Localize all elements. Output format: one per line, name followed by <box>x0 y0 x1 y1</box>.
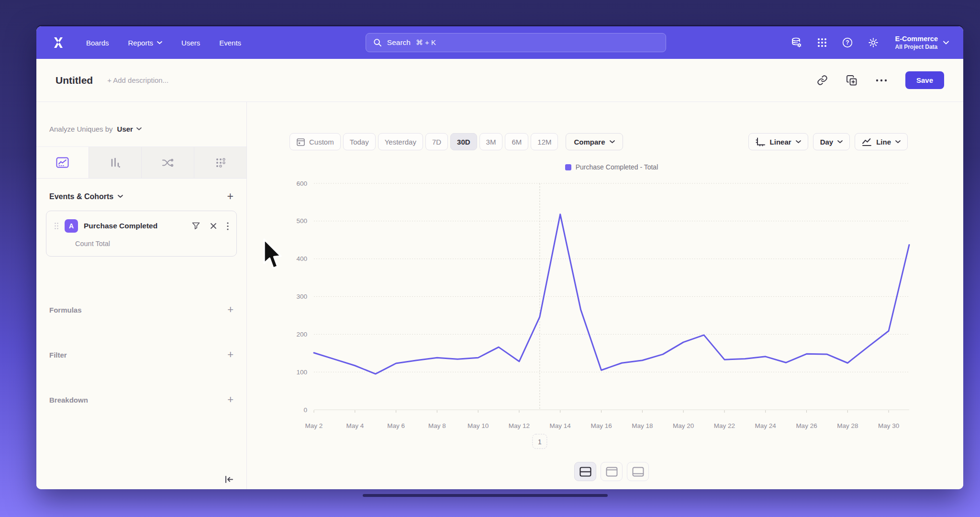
chart-panel: CustomTodayYesterday7D30D3M6M12M Compare… <box>247 102 963 489</box>
svg-text:May 10: May 10 <box>468 422 489 429</box>
compare-button[interactable]: Compare <box>566 133 623 150</box>
display-controls: Linear Day Line <box>748 133 908 150</box>
save-button[interactable]: Save <box>905 71 944 89</box>
chevron-down-icon <box>118 195 123 198</box>
svg-text:May 8: May 8 <box>428 422 446 429</box>
range-30d[interactable]: 30D <box>450 133 477 150</box>
add-event-button[interactable]: + <box>227 191 234 202</box>
range-7d[interactable]: 7D <box>425 133 448 150</box>
legend-swatch <box>565 164 571 170</box>
tab-bar-chart[interactable] <box>89 147 142 178</box>
range-12m[interactable]: 12M <box>531 133 558 150</box>
range-3m[interactable]: 3M <box>479 133 503 150</box>
search-shortcut: ⌘ + K <box>416 38 436 47</box>
drag-handle-icon[interactable] <box>54 222 59 230</box>
svg-text:May 28: May 28 <box>837 422 858 429</box>
formulas-section: Formulas + <box>36 303 246 317</box>
range-today[interactable]: Today <box>343 133 376 150</box>
remove-event-icon[interactable] <box>210 223 217 229</box>
help-icon[interactable]: ? <box>842 37 853 48</box>
chart-type-dropdown[interactable]: Line <box>855 133 908 150</box>
kebab-menu-icon[interactable] <box>227 222 229 230</box>
query-sidebar: Analyze Uniques by User <box>36 102 247 489</box>
trend-chart[interactable]: 01002003004005006001May 2May 4May 6May 8… <box>247 179 963 456</box>
chevron-down-icon <box>837 140 843 144</box>
event-name[interactable]: Purchase Completed <box>84 222 157 230</box>
nav-item-reports[interactable]: Reports <box>128 39 163 47</box>
count-type-selector[interactable]: Count Total <box>75 240 229 247</box>
trend-chart-svg: 01002003004005006001May 2May 4May 6May 8… <box>247 179 963 456</box>
breakdown-label: Breakdown <box>49 396 88 404</box>
svg-text:May 18: May 18 <box>632 422 653 429</box>
line-chart-icon <box>56 157 69 168</box>
tab-flow[interactable] <box>142 147 194 178</box>
report-title[interactable]: Untitled <box>56 75 93 86</box>
svg-text:May 14: May 14 <box>550 422 571 429</box>
svg-text:May 26: May 26 <box>796 422 817 429</box>
svg-text:May 2: May 2 <box>305 422 323 429</box>
chevron-down-icon <box>943 41 949 45</box>
range-6m[interactable]: 6M <box>505 133 528 150</box>
toggle-chart-only[interactable] <box>601 462 623 481</box>
range-yesterday[interactable]: Yesterday <box>378 133 423 150</box>
top-panel-icon <box>606 467 618 477</box>
bar-chart-icon <box>110 157 121 168</box>
search-icon <box>373 38 382 47</box>
events-cohorts-header: Events & Cohorts + <box>36 179 246 207</box>
apps-grid-icon[interactable] <box>817 37 827 48</box>
duplicate-icon[interactable] <box>846 75 858 86</box>
retention-dots-icon <box>215 157 226 168</box>
collapse-sidebar-icon[interactable] <box>224 475 234 483</box>
add-filter-button[interactable]: + <box>227 349 234 360</box>
chevron-down-icon <box>157 41 162 45</box>
svg-text:May 12: May 12 <box>509 422 530 429</box>
flow-icon <box>162 158 174 168</box>
project-selector[interactable]: E-Commerce All Project Data <box>895 34 949 51</box>
toggle-split-view[interactable] <box>574 462 596 481</box>
range-group: CustomTodayYesterday7D30D3M6M12M <box>290 133 558 150</box>
events-cohorts-title[interactable]: Events & Cohorts <box>49 192 113 201</box>
project-scope: All Project Data <box>895 44 938 51</box>
search-input[interactable]: Search ⌘ + K <box>366 33 666 52</box>
copy-link-icon[interactable] <box>817 75 828 86</box>
settings-gear-icon[interactable] <box>868 37 879 48</box>
top-navbar: BoardsReportsUsersEvents Search ⌘ + K <box>36 26 963 59</box>
svg-text:May 22: May 22 <box>714 422 735 429</box>
app-window: BoardsReportsUsersEvents Search ⌘ + K <box>36 26 963 489</box>
line-chart-icon <box>862 137 872 146</box>
add-description[interactable]: + Add description... <box>107 76 168 84</box>
add-formula-button[interactable]: + <box>227 304 234 315</box>
event-card[interactable]: A Purchase Completed Count T <box>46 211 237 257</box>
formulas-label: Formulas <box>49 306 82 314</box>
analyze-row: Analyze Uniques by User <box>36 112 246 147</box>
nav-item-events[interactable]: Events <box>219 39 241 47</box>
svg-text:500: 500 <box>296 217 307 225</box>
analyze-by-dropdown[interactable]: User <box>117 125 142 133</box>
data-settings-icon[interactable] <box>791 37 802 48</box>
svg-text:100: 100 <box>296 369 307 376</box>
svg-text:May 4: May 4 <box>346 422 364 429</box>
svg-text:300: 300 <box>296 293 307 300</box>
svg-text:600: 600 <box>296 180 307 187</box>
search-placeholder: Search <box>387 38 411 47</box>
range-custom[interactable]: Custom <box>290 133 341 150</box>
nav-right: ? E-Commerce All Project Data <box>791 34 949 51</box>
nav-item-boards[interactable]: Boards <box>86 39 109 47</box>
interval-dropdown[interactable]: Day <box>813 133 850 150</box>
chevron-down-icon <box>136 127 142 131</box>
mixpanel-logo-icon[interactable] <box>51 35 66 50</box>
chart-legend[interactable]: Purchase Completed - Total <box>314 163 909 171</box>
more-menu-icon[interactable] <box>876 79 887 82</box>
nav-item-users[interactable]: Users <box>181 39 200 47</box>
breakdown-section: Breakdown + <box>36 393 246 407</box>
chevron-down-icon <box>610 140 615 144</box>
toggle-table-only[interactable] <box>627 462 649 481</box>
svg-text:400: 400 <box>296 255 307 262</box>
add-breakdown-button[interactable]: + <box>227 394 234 405</box>
event-series-badge: A <box>65 219 78 233</box>
tab-insights-line[interactable] <box>36 147 89 178</box>
nav-items: BoardsReportsUsersEvents <box>86 39 241 47</box>
filter-funnel-icon[interactable] <box>192 222 200 230</box>
tab-retention-dots[interactable] <box>194 147 246 178</box>
scale-dropdown[interactable]: Linear <box>748 133 808 150</box>
